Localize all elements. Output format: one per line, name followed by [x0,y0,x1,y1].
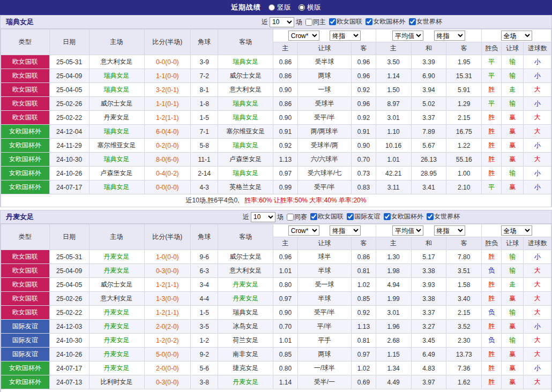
result-goals: 小 [524,97,551,111]
euro-home-odds: 1.98 [376,264,411,278]
result-handicap: 赢 [502,125,524,139]
league-filter[interactable]: 国际友谊 [347,212,380,221]
result-wdl: 负 [482,334,502,348]
euro-stage-select[interactable]: 终指 [434,225,465,236]
match-date: 25-02-22 [49,306,89,320]
same-home-filter[interactable]: 同主 [305,18,326,27]
same-home-checkbox[interactable] [305,19,312,26]
col-header-score: 比分(半场) [144,224,190,250]
match-score: 5-0(0-0) [144,348,190,361]
sweden-summary-row: 近10场,胜6平4负0, 胜率:60% 让胜率:50% 大率:40% 单率:20… [1,194,551,207]
league-badge: 欧女国联 [1,69,50,83]
league-filter[interactable]: 女世界杯 [409,17,442,26]
vertical-layout-radio[interactable] [268,4,275,11]
layout-option-vertical[interactable]: 竖版 [268,3,291,12]
league-checkbox[interactable] [427,213,434,220]
result-handicap: 输 [502,334,524,348]
col-header-goals: 进球数 [524,237,551,250]
col-header-wdl: 胜负 [482,42,502,55]
asian-home-odds: 0.85 [273,348,297,361]
league-checkbox[interactable] [365,18,372,25]
horizontal-layout-label: 横版 [307,3,321,12]
match-count-select[interactable]: 10 [251,212,275,222]
scope-select[interactable]: 全场 [501,225,532,236]
league-filter[interactable]: 欧女国联 [329,17,362,26]
home-team: 瑞典女足 [89,153,144,167]
home-team: 塞尔维亚女足 [89,139,144,153]
league-filter[interactable]: 女欧国杯外 [384,212,423,221]
result-handicap: 输 [502,97,524,111]
result-goals: 大 [524,264,551,278]
corner-score: 5-8 [190,139,218,153]
home-team: 瑞典女足 [89,69,144,83]
league-checkbox[interactable] [384,213,391,220]
result-handicap: 走 [502,278,524,292]
euro-away-odds: 3.51 [446,264,482,278]
euro-home-odds: 1.10 [376,125,411,139]
same-comp-checkbox[interactable] [287,214,294,221]
away-team: 瑞典女足 [218,55,273,69]
euro-away-odds: 2.15 [446,306,482,320]
euro-stage-select[interactable]: 终指 [434,31,465,41]
league-checkbox[interactable] [310,213,317,220]
result-handicap: 赢 [502,361,524,375]
away-team: 威尔士女足 [218,250,273,264]
layout-option-horizontal[interactable]: 横版 [299,3,321,12]
match-score: 6-0(4-0) [144,125,190,139]
result-handicap: 输 [502,306,524,320]
euro-home-odds: 4.94 [376,278,411,292]
match-date: 24-07-13 [49,375,89,389]
asian-home-odds: 0.80 [273,361,297,375]
match-count-select[interactable]: 10 [270,17,294,27]
euro-draw-odds: 3.45 [411,334,446,348]
home-team: 威尔士女足 [89,278,144,292]
corner-score: 3-8 [190,375,218,389]
match-row: 女欧国杯外 24-10-30 瑞典女足 8-0(6-0) 11-1 卢森堡女足 … [1,153,551,167]
bookmaker-select[interactable]: Crow* [288,31,319,41]
league-checkbox[interactable] [409,18,416,25]
euro-average-select[interactable]: 平均值 [392,225,423,236]
corner-score: 5-6 [190,361,218,375]
asian-handicap-line: 受六球半/七 [297,167,352,180]
same-home-label: 同主 [313,18,326,27]
euro-home-odds: 3.11 [376,180,411,194]
match-row: 欧女国联 25-05-31 意大利女足 0-0(0-0) 3-9 瑞典女足 0.… [1,55,551,69]
league-filter[interactable]: 女欧国杯外 [365,17,405,26]
bookmaker-select[interactable]: Crow* [288,225,319,236]
asian-away-odds: 1.02 [352,361,376,375]
match-date: 25-04-09 [49,69,89,83]
same-comp-filter[interactable]: 同赛 [287,213,307,222]
col-header-away: 客场 [218,29,273,55]
league-badge: 欧女国联 [1,264,50,278]
col-header-handicap: 让球 [297,237,352,250]
euro-away-odds: 1.00 [446,167,482,180]
league-label: 女世界杯 [434,212,460,221]
euro-draw-odds: 6.49 [411,348,446,361]
league-checkbox[interactable] [347,213,354,220]
corner-score: 7-1 [190,125,218,139]
euro-odds-controls: 平均值 终指 [376,29,482,42]
match-row: 欧女国联 25-02-22 丹麦女足 1-2(1-1) 1-5 瑞典女足 0.9… [1,111,551,125]
league-badge: 欧女国联 [1,250,50,264]
euro-away-odds: 1.29 [446,97,482,111]
league-filter[interactable]: 女世界杯 [427,212,460,221]
match-score: 1-1(0-0) [144,69,190,83]
match-row: 女欧国杯外 24-11-29 塞尔维亚女足 0-2(0-0) 5-8 瑞典女足 … [1,139,551,153]
asian-home-odds: 1.13 [273,153,297,167]
col-header-asian-away: 客 [352,42,376,55]
match-row: 女欧国杯外 24-12-04 瑞典女足 6-0(4-0) 7-1 塞尔维亚女足 … [1,125,551,139]
horizontal-layout-radio[interactable] [299,4,305,11]
match-date: 25-04-09 [49,264,89,278]
asian-away-odds: 0.69 [352,375,376,389]
asian-stage-select[interactable]: 终指 [330,225,361,236]
scope-select[interactable]: 全场 [501,31,532,41]
asian-stage-select[interactable]: 终指 [330,31,361,41]
euro-average-select[interactable]: 平均值 [392,31,423,41]
asian-handicap-line: 受球半 [297,97,352,111]
league-filter[interactable]: 欧女国联 [310,212,344,221]
away-team: 瑞典女足 [218,97,273,111]
league-checkbox[interactable] [329,18,336,25]
asian-handicap-line: 两球 [297,348,352,361]
asian-handicap-line: 一/球半 [297,361,352,375]
match-date: 25-02-26 [49,97,89,111]
